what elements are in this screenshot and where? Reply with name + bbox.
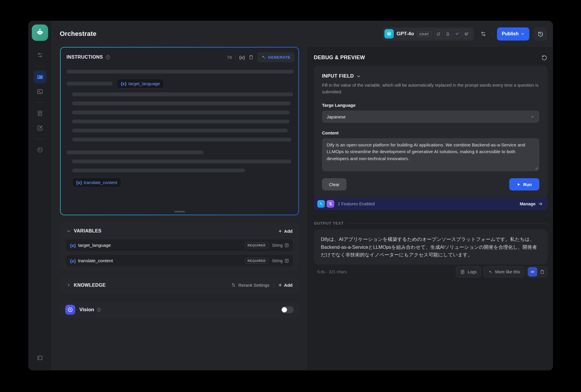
variable-row-translate-content[interactable]: {x} translate_content REQUIRED String	[66, 255, 293, 267]
help-icon[interactable]	[97, 307, 101, 312]
sidebar-item-monitoring[interactable]	[34, 144, 46, 156]
chevron-right-icon	[66, 283, 71, 287]
variable-chip-translate-content[interactable]: {x} translate_content	[72, 178, 121, 187]
model-capabilities	[435, 30, 470, 38]
instructions-body[interactable]: {x} target_language	[61, 62, 298, 187]
manage-label: Manage	[520, 202, 536, 206]
output-text: Difyは、AIアプリケーションを構築するためのオープンソースプラットフォームで…	[321, 237, 537, 257]
sidebar-item-orchestrate[interactable]	[34, 71, 46, 83]
add-label: Add	[284, 229, 293, 234]
main-area: Orchestrate	[52, 21, 553, 370]
logs-button[interactable]: Logs	[456, 266, 481, 277]
variable-chip-target-language[interactable]: {x} target_language	[117, 79, 164, 88]
clear-button[interactable]: Clear	[322, 178, 346, 190]
output-stats: 5.6s · 321 chars	[317, 270, 346, 274]
panel-left-icon	[37, 355, 43, 361]
history-icon	[537, 31, 544, 37]
app-header: Orchestrate	[52, 21, 553, 47]
variable-row-target-language[interactable]: {x} target_language REQUIRED String	[66, 239, 293, 251]
debug-title: DEBUG & PREVIEW	[314, 55, 365, 61]
manage-features-button[interactable]: Manage	[520, 202, 543, 206]
speaker-button[interactable]	[528, 267, 537, 276]
variable-chip-label: translate_content	[84, 180, 117, 185]
model-selector[interactable]: GPT-4o CHAT	[382, 27, 474, 41]
sidebar-divider	[35, 102, 45, 103]
variable-braces: {x}	[121, 81, 127, 86]
run-button[interactable]: Run	[509, 178, 539, 190]
sidebar-item-terminal[interactable]	[34, 85, 46, 98]
more-like-this-button[interactable]: More like this	[484, 266, 524, 277]
variable-braces-icon[interactable]: {x}	[239, 55, 245, 60]
add-knowledge-button[interactable]: Add	[278, 283, 293, 288]
edit-square-icon	[37, 125, 43, 131]
input-field-header[interactable]: INPUT FIELD	[322, 73, 539, 79]
app-logo[interactable]	[32, 24, 48, 41]
features-bar[interactable]: 2 Features Enabled Manage	[314, 196, 547, 210]
app-window: Orchestrate	[28, 21, 553, 370]
help-icon[interactable]	[105, 55, 110, 60]
content-label: Content	[322, 130, 539, 135]
skeleton-line	[72, 92, 293, 96]
run-label: Run	[523, 182, 532, 187]
copy-output-button[interactable]	[540, 269, 545, 274]
add-variable-button[interactable]: Add	[278, 229, 293, 234]
logs-label: Logs	[468, 270, 477, 274]
publish-button[interactable]: Publish	[497, 27, 529, 41]
variable-type: String	[272, 258, 283, 263]
video-capability-icon	[463, 30, 470, 38]
skeleton-line	[72, 169, 245, 172]
collapse-sidebar-button[interactable]	[37, 355, 43, 362]
instructions-header: INSTRUCTIONS 78 {x}	[61, 48, 298, 62]
model-name: GPT-4o	[397, 31, 414, 37]
rerank-settings-button[interactable]: Rerank Settings	[231, 283, 270, 288]
target-language-select[interactable]: Japanese	[322, 111, 539, 123]
version-history-button[interactable]	[533, 27, 547, 41]
chat-mode-badge: CHAT	[417, 31, 432, 37]
document-lines-icon	[37, 110, 43, 117]
generate-button[interactable]: GENERATE	[257, 52, 294, 62]
content-textarea[interactable]: Dify is an open-source platform for buil…	[322, 138, 539, 171]
variables-header[interactable]: VARIABLES Add	[60, 223, 299, 239]
content-area: INSTRUCTIONS 78 {x}	[52, 47, 553, 370]
features-enabled-text: 2 Features Enabled	[338, 202, 375, 206]
sidebar-item-settings[interactable]	[34, 49, 46, 62]
variable-name: translate_content	[78, 258, 113, 263]
output-section-header: OUTPUT TEXT	[314, 221, 547, 225]
output-footer: 5.6s · 321 chars Logs	[314, 266, 547, 277]
chevron-down-icon	[356, 74, 361, 78]
variables-section: VARIABLES Add {x} target_language	[60, 223, 299, 271]
clipboard-icon[interactable]	[249, 55, 254, 60]
content-value: Dify is an open-source platform for buil…	[327, 142, 525, 161]
add-label: Add	[284, 283, 293, 288]
rerank-settings-label: Rerank Settings	[238, 283, 270, 288]
vision-title: Vision	[79, 307, 94, 313]
text-to-speech-feature-icon	[327, 200, 334, 208]
refresh-icon[interactable]	[541, 54, 547, 61]
generate-feature-icon	[317, 200, 325, 208]
publish-label: Publish	[502, 31, 519, 36]
variable-name: target_language	[78, 243, 111, 248]
skeleton-line	[66, 82, 113, 85]
resize-handle[interactable]	[174, 211, 185, 212]
browser-window-icon	[36, 74, 43, 80]
vision-toggle[interactable]	[281, 306, 294, 313]
input-field-card: INPUT FIELD Fill in the value of the var…	[314, 66, 547, 198]
model-parameters-button[interactable]	[478, 29, 489, 39]
skeleton-line	[72, 102, 291, 105]
output-text-card: Difyは、AIアプリケーションを構築するためのオープンソースプラットフォームで…	[314, 230, 547, 265]
chevron-down-icon	[521, 32, 525, 36]
resize-corner-icon[interactable]	[534, 166, 538, 170]
debug-panel: DEBUG & PREVIEW INPUT FIELD	[306, 47, 553, 370]
knowledge-header[interactable]: KNOWLEDGE Rerank Settings	[60, 277, 299, 293]
instructions-panel[interactable]: INSTRUCTIONS 78 {x}	[60, 47, 299, 215]
header-actions: GPT-4o CHAT	[382, 27, 547, 41]
instructions-toolbar: 78 {x}	[227, 52, 294, 62]
clear-label: Clear	[329, 182, 340, 187]
sparkle-icon	[261, 55, 266, 60]
skeleton-line	[72, 160, 291, 163]
terminal-icon	[37, 88, 43, 95]
input-field-description: Fill in the value of the variable, which…	[322, 82, 539, 95]
sidebar-item-logs[interactable]	[34, 107, 46, 120]
string-type-icon	[284, 258, 289, 263]
sidebar-item-annotation[interactable]	[34, 122, 46, 134]
